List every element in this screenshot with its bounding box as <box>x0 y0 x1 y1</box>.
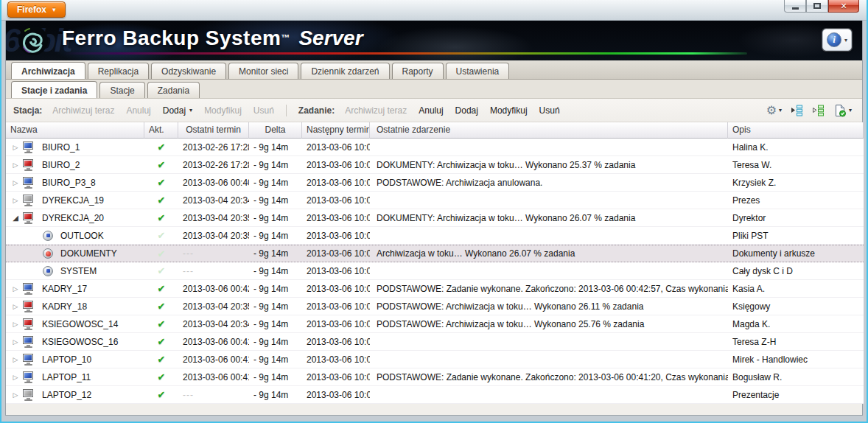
name-cell: ◢DYREKCJA_20 <box>6 209 144 226</box>
table-row-outlook[interactable]: OUTLOOK✔2013-03-04 20:35- 9g 14m2013-03-… <box>6 227 864 245</box>
monitor-red-icon <box>22 212 35 224</box>
table-row-dyrekcja-20[interactable]: ◢DYREKCJA_20✔2013-03-04 20:35- 9g 14m201… <box>6 209 864 227</box>
task-modyfikuj-button[interactable]: Modyfikuj <box>490 105 528 116</box>
table-row-ksiegowosc-14[interactable]: ▷KSIEGOWOSC_14✔2013-03-04 20:34- 9g 14m2… <box>6 315 864 333</box>
subtab-stacje-i-zadania[interactable]: Stacje i zadania <box>11 81 97 98</box>
maximize-icon <box>813 3 821 9</box>
task-archiwizuj-teraz-button[interactable]: Archiwizuj teraz <box>345 105 407 116</box>
station-usu-button[interactable]: Usuń <box>253 105 274 116</box>
table-header-row: NazwaAkt.Ostatni terminDeltaNastępny ter… <box>6 122 864 139</box>
column-header-nast-pny-termin[interactable]: Następny termin <box>302 122 370 139</box>
tab-monitor-sieci[interactable]: Monitor sieci <box>228 63 298 79</box>
table-row-biuro-p3-8[interactable]: ▷BIURO_P3_8✔2013-03-06 00:40- 9g 14m2013… <box>6 174 864 192</box>
tab-archiwizacja[interactable]: Archiwizacja <box>11 62 85 79</box>
table-row-laptop-12[interactable]: ▷LAPTOP_12✔---- 9g 14m2013-03-06 10:00Pr… <box>6 386 864 404</box>
expand-toggle-icon[interactable]: ▷ <box>10 144 21 151</box>
empty-value-dashes: --- <box>183 248 194 259</box>
task-anuluj-button[interactable]: Anuluj <box>419 105 443 116</box>
expand-toggle-icon[interactable]: ▷ <box>10 303 21 310</box>
subtab-stacje[interactable]: Stacje <box>99 82 144 98</box>
row-name: OUTLOOK <box>60 231 104 241</box>
column-header-ostatnie-zdarzenie[interactable]: Ostatnie zdarzenie <box>370 122 728 139</box>
table-row-laptop-11[interactable]: ▷LAPTOP_11✔2013-03-06 00:41- 9g 14m2013-… <box>6 368 864 386</box>
table-row-laptop-10[interactable]: ▷LAPTOP_10✔2013-03-06 00:41- 9g 14m2013-… <box>6 351 864 368</box>
app-menu-button[interactable]: Firefox ▾ <box>7 1 66 18</box>
app-banner: 64bit Ferro Backup System™Server i ▾ <box>6 21 862 60</box>
monitor-red-icon <box>22 301 35 312</box>
close-button[interactable]: ✕ <box>828 0 859 13</box>
next-term-cell: 2013-03-06 10:00 <box>302 209 370 226</box>
column-header-opis[interactable]: Opis <box>728 122 864 139</box>
task-usu-button[interactable]: Usuń <box>539 105 560 116</box>
expand-toggle-icon[interactable]: ▷ <box>10 338 21 346</box>
column-header-delta[interactable]: Delta <box>249 122 302 139</box>
table-row-dyrekcja-19[interactable]: ▷DYREKCJA_19✔2013-03-04 20:34- 9g 14m201… <box>6 192 864 209</box>
name-cell: ▷BIURO_P3_8 <box>6 174 144 191</box>
chevron-down-icon: ▾ <box>844 37 847 43</box>
tab-replikacja[interactable]: Replikacja <box>88 63 149 79</box>
next-term-cell: 2013-03-06 10:00 <box>302 245 370 262</box>
last-term-cell: 2013-02-26 17:28 <box>178 139 249 155</box>
active-cell: ✔ <box>144 245 178 262</box>
table-row-system[interactable]: SYSTEM✔---- 9g 14m2013-03-06 10:00Cały d… <box>6 262 864 280</box>
last-term-cell: 2013-02-26 17:28 <box>178 156 249 173</box>
delta-cell: - 9g 14m <box>249 192 302 209</box>
collapse-tree-button[interactable] <box>791 105 803 116</box>
expand-toggle-icon[interactable]: ▷ <box>10 356 21 363</box>
table-row-kadry-18[interactable]: ▷KADRY_18✔2013-03-04 20:35- 9g 14m2013-0… <box>6 298 864 315</box>
report-button[interactable]: ▾ <box>833 104 852 117</box>
table-row-biuro-2[interactable]: ▷BIURO_2✔2013-02-26 17:28- 9g 14m2013-03… <box>6 156 864 174</box>
expand-toggle-icon[interactable]: ▷ <box>10 197 21 204</box>
minimize-button[interactable] <box>784 0 806 13</box>
table-row-biuro-1[interactable]: ▷BIURO_1✔2013-02-26 17:28- 9g 14m2013-03… <box>6 139 864 156</box>
next-term-cell: 2013-03-06 10:00 <box>302 386 370 403</box>
delta-cell: - 9g 14m <box>249 351 302 368</box>
last-term-cell: 2013-03-04 20:34 <box>178 315 249 332</box>
station-archiwizuj-teraz-button[interactable]: Archiwizuj teraz <box>52 105 114 116</box>
active-cell: ✔ <box>144 351 178 368</box>
table-row-kadry-17[interactable]: ▷KADRY_17✔2013-03-06 00:42- 9g 14m2013-0… <box>6 280 864 298</box>
tab-dziennik-zdarze[interactable]: Dziennik zdarzeń <box>301 63 389 79</box>
check-icon: ✔ <box>158 195 166 205</box>
task-dodaj-button[interactable]: Dodaj <box>455 105 478 116</box>
task-group-label: Zadanie: <box>298 105 335 116</box>
station-modyfikuj-button[interactable]: Modyfikuj <box>204 105 242 116</box>
next-term-cell: 2013-03-06 10:00 <box>302 280 370 297</box>
expand-toggle-icon[interactable]: ▷ <box>10 374 21 381</box>
last-event-cell <box>370 192 728 209</box>
expand-tree-button[interactable] <box>812 105 825 116</box>
info-button[interactable]: i ▾ <box>822 29 852 51</box>
minimize-icon <box>792 7 799 10</box>
active-cell: ✔ <box>144 192 178 209</box>
expand-toggle-icon[interactable]: ▷ <box>10 321 21 328</box>
station-anuluj-button[interactable]: Anuluj <box>126 105 150 116</box>
settings-button[interactable]: ⚙ ▾ <box>766 105 782 116</box>
name-cell: ▷LAPTOP_10 <box>6 351 144 368</box>
row-name: DYREKCJA_19 <box>42 195 104 206</box>
expand-toggle-icon[interactable]: ▷ <box>10 285 21 293</box>
report-document-icon <box>833 104 847 117</box>
column-header-ostatni-termin[interactable]: Ostatni termin <box>178 122 249 139</box>
last-term-cell: 2013-03-06 00:40 <box>178 174 249 191</box>
chevron-down-icon: ▾ <box>189 107 192 113</box>
expand-toggle-icon[interactable]: ▷ <box>10 391 21 399</box>
column-header-nazwa[interactable]: Nazwa <box>6 122 144 139</box>
station-dodaj-button[interactable]: Dodaj▾ <box>163 105 192 116</box>
collapse-toggle-icon[interactable]: ◢ <box>10 214 21 222</box>
table-row-ksiegowosc-16[interactable]: ▷KSIEGOWOSC_16✔2013-03-06 00:41- 9g 14m2… <box>6 333 864 351</box>
tab-odzyskiwanie[interactable]: Odzyskiwanie <box>151 63 226 79</box>
main-tab-bar: ArchiwizacjaReplikacjaOdzyskiwanieMonito… <box>6 60 862 80</box>
delta-cell: - 9g 14m <box>249 174 302 191</box>
tab-raporty[interactable]: Raporty <box>392 63 444 79</box>
column-header-akt[interactable]: Akt. <box>144 122 178 139</box>
last-event-cell: PODSTAWOWE: Archiwizacja w toku… Wykonan… <box>370 315 728 332</box>
last-event-cell: DOKUMENTY: Archiwizacja w toku… Wykonano… <box>370 209 728 226</box>
expand-toggle-icon[interactable]: ▷ <box>10 161 21 169</box>
expand-toggle-icon[interactable]: ▷ <box>10 179 21 186</box>
table-row-dokumenty[interactable]: DOKUMENTY✔---- 9g 14m2013-03-06 10:00Arc… <box>6 245 864 262</box>
subtab-zadania[interactable]: Zadania <box>147 82 200 98</box>
tab-ustawienia[interactable]: Ustawienia <box>446 63 510 79</box>
check-icon: ✔ <box>158 301 166 311</box>
next-term-cell: 2013-03-06 10:00 <box>302 351 370 368</box>
maximize-button[interactable] <box>806 0 828 13</box>
